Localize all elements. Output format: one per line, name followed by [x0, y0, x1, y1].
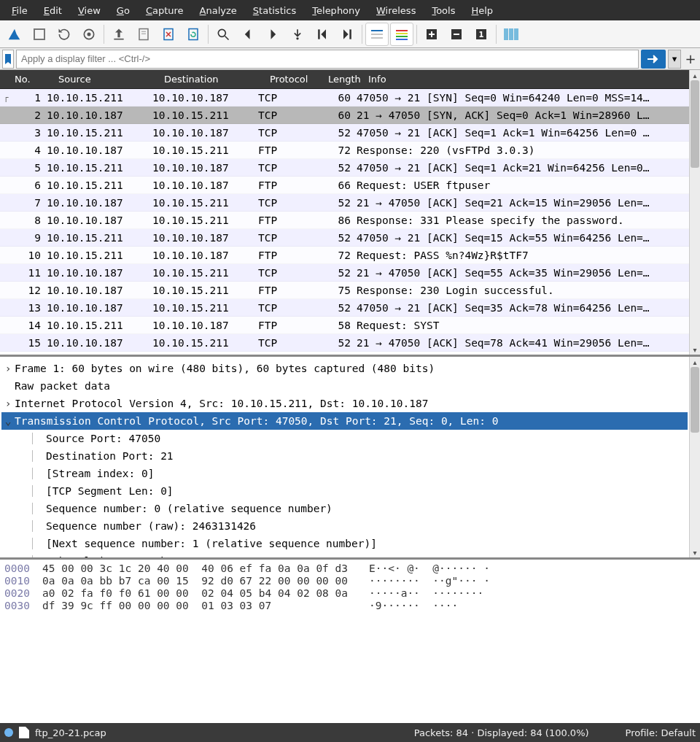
- go-to-packet-icon[interactable]: [286, 23, 309, 46]
- svg-rect-12: [318, 29, 320, 39]
- column-protocol[interactable]: Protocol: [267, 74, 325, 85]
- packet-row[interactable]: 1510.10.10.18710.10.15.211TCP5221 → 4705…: [0, 334, 689, 352]
- packet-row[interactable]: 1010.10.15.21110.10.10.187FTP72Request: …: [0, 247, 689, 264]
- menu-capture[interactable]: Capture: [139, 4, 191, 18]
- column-no[interactable]: No.: [12, 74, 55, 85]
- packet-list-scrollbar[interactable]: ▴ ▾: [689, 70, 700, 355]
- details-scrollbar[interactable]: ▴ ▾: [689, 357, 700, 557]
- svg-rect-4: [139, 28, 148, 39]
- packet-row[interactable]: 410.10.10.18710.10.15.211FTP72Response: …: [0, 142, 689, 159]
- column-destination[interactable]: Destination: [161, 74, 267, 85]
- filter-history-dropdown[interactable]: ▾: [668, 50, 681, 69]
- column-source[interactable]: Source: [55, 74, 161, 85]
- menu-help[interactable]: Help: [464, 4, 500, 18]
- svg-point-9: [218, 29, 225, 36]
- svg-text:1: 1: [479, 31, 484, 39]
- packet-row[interactable]: 710.10.10.18710.10.15.211TCP5221 → 47050…: [0, 194, 689, 212]
- detail-line[interactable]: ⌄Transmission Control Protocol, Src Port…: [1, 412, 688, 430]
- zoom-reset-icon[interactable]: 1: [470, 23, 493, 46]
- menu-telephony[interactable]: Telephony: [305, 4, 368, 18]
- auto-scroll-toggle[interactable]: [365, 23, 389, 46]
- packet-row[interactable]: 1310.10.10.18710.10.15.211TCP5247050 → 2…: [0, 299, 689, 317]
- menu-go[interactable]: Go: [109, 4, 137, 18]
- packet-row[interactable]: 510.10.15.21110.10.10.187TCP5247050 → 21…: [0, 159, 689, 177]
- go-back-icon[interactable]: [236, 23, 260, 46]
- restart-capture-icon[interactable]: [52, 23, 76, 46]
- svg-line-10: [225, 36, 229, 39]
- menu-statistics[interactable]: Statistics: [246, 4, 303, 18]
- expert-info-icon[interactable]: [4, 728, 13, 737]
- detail-line[interactable]: [Stream index: 0]: [1, 465, 688, 482]
- stop-capture-icon[interactable]: [28, 23, 51, 46]
- packet-row[interactable]: 1210.10.10.18710.10.15.211FTP75Response:…: [0, 282, 689, 299]
- find-packet-icon[interactable]: [211, 23, 235, 46]
- detail-line[interactable]: Acknowledgment number: 0: [1, 552, 688, 557]
- bytes-line[interactable]: 000045 00 00 3c 1c 20 40 00 40 06 ef fa …: [4, 563, 696, 575]
- detail-line[interactable]: Destination Port: 21: [1, 447, 688, 465]
- go-forward-icon[interactable]: [261, 23, 284, 46]
- resize-columns-icon[interactable]: [499, 23, 523, 46]
- status-bar: ftp_20-21.pcap Packets: 84 · Displayed: …: [0, 723, 700, 742]
- packet-row[interactable]: ┌110.10.15.21110.10.10.187TCP6047050 → 2…: [0, 89, 689, 107]
- capture-file-icon[interactable]: [19, 727, 29, 738]
- svg-rect-0: [34, 29, 44, 39]
- packet-row[interactable]: 310.10.15.21110.10.10.187TCP5247050 → 21…: [0, 124, 689, 142]
- status-packets: Packets: 84 · Displayed: 84 (100.0%): [414, 727, 589, 738]
- menu-edit[interactable]: Edit: [36, 4, 69, 18]
- detail-line[interactable]: ›Frame 1: 60 bytes on wire (480 bits), 6…: [1, 360, 688, 377]
- bytes-line[interactable]: 0020a0 02 fa f0 f0 61 00 00 02 04 05 b4 …: [4, 587, 696, 600]
- bytes-line[interactable]: 00100a 0a 0a bb b7 ca 00 15 92 d0 67 22 …: [4, 575, 696, 587]
- apply-filter-button[interactable]: [641, 50, 666, 69]
- packet-list-pane: No. Source Destination Protocol Length I…: [0, 70, 700, 357]
- menu-bar: FileEditViewGoCaptureAnalyzeStatisticsTe…: [0, 0, 700, 20]
- menu-analyze[interactable]: Analyze: [192, 4, 244, 18]
- svg-rect-27: [514, 28, 518, 40]
- filter-bar: ▾ +: [0, 48, 700, 70]
- capture-options-icon[interactable]: [77, 23, 101, 46]
- packet-row[interactable]: 810.10.10.18710.10.15.211FTP86Response: …: [0, 212, 689, 229]
- close-file-icon[interactable]: [157, 23, 180, 46]
- detail-line[interactable]: Sequence number (raw): 2463131426: [1, 517, 688, 535]
- svg-rect-3: [114, 38, 123, 39]
- detail-line[interactable]: [TCP Segment Len: 0]: [1, 482, 688, 500]
- detail-line[interactable]: [Next sequence number: 1 (relative seque…: [1, 535, 688, 552]
- column-info[interactable]: Info: [365, 74, 689, 85]
- go-last-icon[interactable]: [335, 23, 359, 46]
- main-toolbar: 1: [0, 20, 700, 48]
- packet-row[interactable]: 210.10.10.18710.10.15.211TCP6021 → 47050…: [0, 107, 689, 124]
- menu-wireless[interactable]: Wireless: [369, 4, 423, 18]
- add-filter-button[interactable]: +: [683, 52, 698, 66]
- menu-view[interactable]: View: [71, 4, 108, 18]
- packet-list-header[interactable]: No. Source Destination Protocol Length I…: [0, 70, 689, 89]
- svg-point-2: [88, 32, 91, 36]
- packet-bytes-pane: 000045 00 00 3c 1c 20 40 00 40 06 ef fa …: [0, 560, 700, 723]
- packet-row[interactable]: 1110.10.10.18710.10.15.211TCP5221 → 4705…: [0, 264, 689, 282]
- bytes-line[interactable]: 0030df 39 9c ff 00 00 00 00 01 03 03 07·…: [4, 600, 696, 612]
- go-first-icon[interactable]: [311, 23, 334, 46]
- packet-row[interactable]: 910.10.15.21110.10.10.187TCP5247050 → 21…: [0, 229, 689, 247]
- packet-details-pane: ›Frame 1: 60 bytes on wire (480 bits), 6…: [0, 357, 700, 560]
- colorize-toggle[interactable]: [390, 23, 413, 46]
- svg-rect-25: [504, 28, 508, 40]
- svg-rect-13: [349, 29, 351, 39]
- shark-fin-icon[interactable]: [3, 23, 26, 46]
- status-file: ftp_20-21.pcap: [35, 727, 106, 738]
- status-profile[interactable]: Profile: Default: [626, 727, 696, 738]
- menu-file[interactable]: File: [4, 4, 35, 18]
- svg-point-11: [296, 37, 298, 39]
- column-length[interactable]: Length: [325, 74, 365, 85]
- packet-row[interactable]: 610.10.15.21110.10.10.187FTP66Request: U…: [0, 177, 689, 194]
- open-file-icon[interactable]: [107, 23, 131, 46]
- zoom-in-icon[interactable]: [420, 23, 443, 46]
- zoom-out-icon[interactable]: [445, 23, 468, 46]
- packet-row[interactable]: 1410.10.15.21110.10.10.187FTP58Request: …: [0, 317, 689, 334]
- detail-line[interactable]: ›Internet Protocol Version 4, Src: 10.10…: [1, 395, 688, 412]
- menu-tools[interactable]: Tools: [424, 4, 462, 18]
- detail-line[interactable]: Source Port: 47050: [1, 430, 688, 447]
- detail-line[interactable]: Raw packet data: [1, 377, 688, 395]
- display-filter-input[interactable]: [16, 50, 639, 69]
- reload-file-icon[interactable]: [182, 23, 205, 46]
- detail-line[interactable]: Sequence number: 0 (relative sequence nu…: [1, 500, 688, 517]
- save-file-icon[interactable]: [132, 23, 155, 46]
- bookmark-icon[interactable]: [2, 50, 14, 69]
